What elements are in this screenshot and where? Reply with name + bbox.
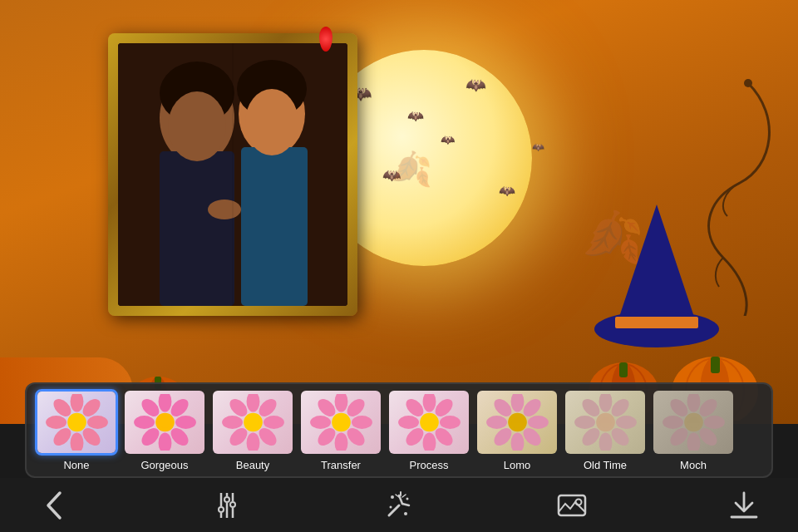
filter-label-process: Process [410,459,449,471]
filter-label-gorgeous: Gorgeous [140,459,188,471]
svg-point-88 [615,416,636,429]
svg-line-127 [402,495,406,497]
svg-point-52 [222,416,243,429]
svg-point-38 [175,416,195,429]
filter-item-moch[interactable]: Moch [652,389,735,471]
svg-point-72 [398,416,419,429]
svg-point-75 [423,416,435,428]
svg-point-115 [231,503,234,506]
svg-point-86 [598,394,612,412]
svg-point-96 [687,394,700,412]
download-button[interactable] [723,485,765,526]
svg-point-65 [335,416,347,428]
svg-line-118 [399,495,402,504]
svg-point-123 [404,512,407,515]
filter-label-lomo: Lomo [504,459,531,471]
svg-point-56 [334,394,347,412]
filter-item-beauty[interactable]: Beauty [211,389,294,471]
main-canvas: 🦇 🦇 🦇 🦇 🦇 🦇 🦇 🍂 🍂 [0,0,798,424]
svg-point-28 [86,416,107,429]
svg-rect-17 [160,151,234,306]
action-bar [0,478,798,532]
svg-point-90 [598,432,612,451]
svg-marker-1 [615,204,698,329]
filter-item-gorgeous[interactable]: Gorgeous [123,389,206,471]
svg-point-30 [70,432,83,451]
svg-point-107 [225,498,229,501]
svg-point-68 [439,416,460,429]
bat-decoration: 🦇 [499,183,515,199]
svg-point-24 [208,200,241,219]
svg-point-122 [390,505,392,508]
svg-point-85 [511,416,523,428]
svg-rect-11 [711,357,720,373]
svg-point-40 [158,432,171,451]
bat-decoration: 🦇 [407,108,424,124]
svg-point-105 [687,416,699,428]
filter-label-none: None [63,459,89,471]
svg-line-119 [402,504,409,505]
svg-point-45 [159,416,170,428]
filter-item-lomo[interactable]: Lomo [475,389,559,471]
svg-point-23 [245,89,298,155]
svg-point-0 [744,79,752,87]
adjust-button[interactable] [206,485,248,526]
svg-point-50 [246,432,259,451]
svg-rect-21 [241,147,308,306]
filter-label-transfer: Transfer [321,459,361,471]
svg-point-66 [422,394,436,412]
bat-decoration: 🦇 [441,133,455,146]
svg-point-121 [406,497,409,500]
svg-point-82 [486,416,507,429]
gallery-button[interactable] [551,485,593,526]
svg-point-78 [527,416,548,429]
photo-frame [108,33,357,316]
filter-label-oldtime: Old Time [584,459,627,471]
svg-point-92 [574,416,595,429]
filter-item-transfer[interactable]: Transfer [299,389,382,471]
svg-point-102 [663,416,683,429]
svg-point-129 [575,499,581,505]
bat-decoration: 🦇 [466,75,486,95]
svg-point-62 [310,416,331,429]
svg-point-26 [70,394,83,412]
svg-point-36 [158,394,171,412]
leaf-decoration: 🍂 [391,150,432,189]
svg-rect-7 [619,362,628,377]
svg-point-120 [391,495,394,499]
svg-point-42 [134,416,155,429]
svg-point-70 [422,432,436,451]
effects-button[interactable] [378,485,420,526]
svg-rect-3 [615,317,698,328]
svg-point-100 [687,432,700,451]
svg-point-48 [263,416,283,429]
svg-point-111 [219,508,223,511]
back-button[interactable] [33,485,75,526]
svg-point-55 [247,416,259,428]
svg-point-32 [46,416,66,429]
svg-point-60 [334,432,347,451]
svg-point-19 [168,91,226,161]
filter-item-process[interactable]: Process [387,389,470,471]
filter-strip: None Gorgeous Beauty [25,382,773,478]
svg-point-80 [510,432,524,451]
svg-point-95 [599,416,611,428]
svg-point-58 [351,416,372,429]
filter-item-none[interactable]: None [35,389,118,471]
filter-item-oldtime[interactable]: Old Time [564,389,647,471]
bat-decoration: 🦇 [532,141,544,153]
svg-point-46 [246,394,259,412]
svg-point-35 [71,416,82,428]
witch-hat [590,204,723,357]
svg-point-98 [703,416,724,429]
svg-point-76 [510,394,524,412]
filter-label-beauty: Beauty [236,459,269,471]
filter-label-moch: Moch [680,459,707,471]
